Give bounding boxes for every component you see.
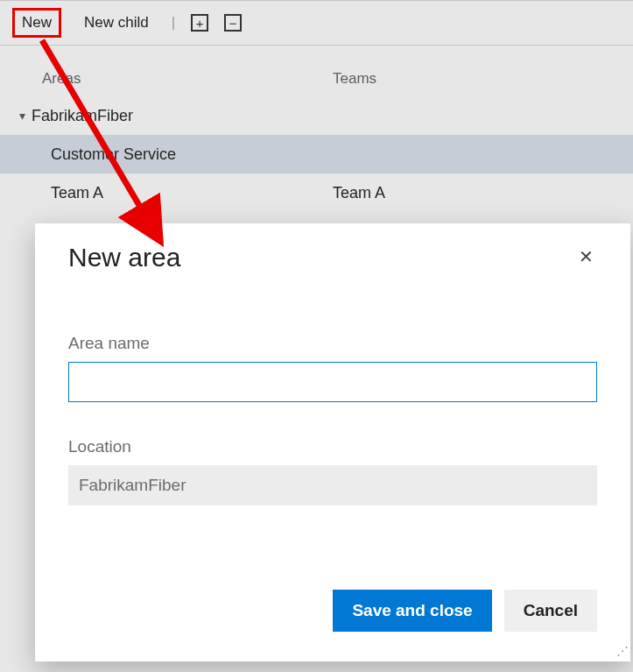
resize-grip-icon: ⋰ [616,647,629,660]
location-label: Location [68,437,597,456]
dialog-title: New area [68,243,180,272]
collapse-all-icon[interactable]: − [224,14,242,32]
area-name-label: Area name [68,334,597,353]
tree-item-label: Team A [51,184,103,202]
tree-item-label: Customer Service [51,145,176,164]
tree-row[interactable]: Customer Service [0,135,633,173]
location-input[interactable]: FabrikamFiber [68,465,597,506]
close-icon[interactable]: ✕ [575,243,597,271]
teams-column-header: Teams [333,70,633,88]
areas-tree: ▾ FabrikamFiber Customer Service Team A … [0,96,633,212]
tree-item-team: Team A [333,184,633,202]
dialog-actions: Save and close Cancel [333,590,597,632]
tree-row[interactable]: Team A Team A [0,173,633,212]
toolbar-separator: | [172,14,175,32]
toolbar: New New child | + − [0,0,633,46]
new-button[interactable]: New [12,8,61,38]
cancel-button[interactable]: Cancel [504,590,597,632]
new-child-button[interactable]: New child [77,11,156,35]
area-name-input[interactable] [68,362,597,402]
new-area-dialog: New area ✕ Area name Location FabrikamFi… [35,223,630,661]
column-headers: Areas Teams [0,46,633,96]
expand-all-icon[interactable]: + [191,14,208,32]
tree-root-label: FabrikamFiber [32,107,133,125]
chevron-down-icon[interactable]: ▾ [12,109,32,123]
areas-column-header: Areas [0,70,333,88]
save-and-close-button[interactable]: Save and close [333,590,491,632]
tree-root-row[interactable]: ▾ FabrikamFiber [0,96,633,135]
